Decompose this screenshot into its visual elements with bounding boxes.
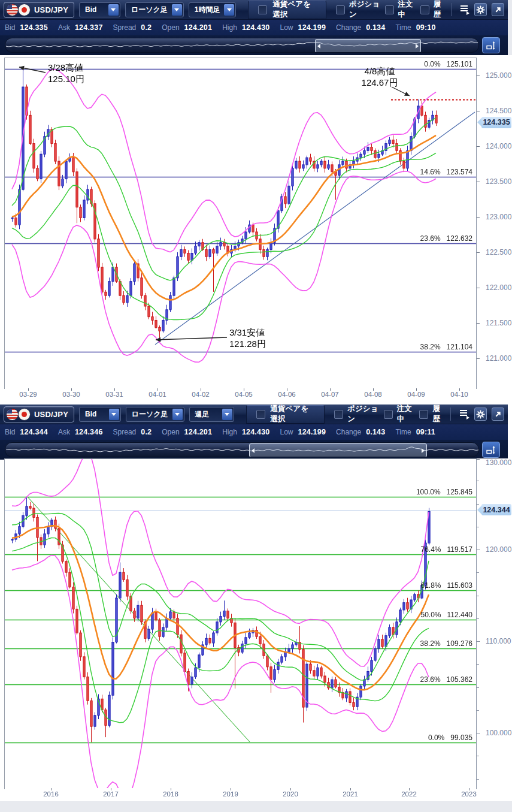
fib-level-label: 23.6% 105.362 — [420, 675, 472, 684]
weekly-chart-plot[interactable]: 100.0% 125.84576.4% 119.51761.8% 115.603… — [4, 458, 476, 789]
price-side-value: Bid — [80, 410, 112, 418]
fib-level-label: 76.4% 119.517 — [420, 545, 472, 554]
chart-type-dropdown[interactable]: ローソク足 — [125, 2, 184, 17]
axis-tick — [477, 323, 480, 324]
pair-label: USD/JPY — [34, 5, 68, 14]
axis-tick — [477, 641, 479, 642]
time-axis-label: 03-30 — [52, 391, 90, 398]
price-side-value: Bid — [80, 5, 112, 14]
select-pair-checkbox[interactable] — [256, 410, 265, 419]
popout-button[interactable] — [492, 3, 504, 16]
price-axis-label: 121.500 — [486, 319, 511, 327]
time-axis-label: 03-29 — [9, 391, 47, 398]
open-value: 124.201 — [184, 428, 213, 436]
page-footer-strip — [0, 801, 512, 812]
nav-right-arrow-icon[interactable] — [422, 448, 425, 453]
chevron-down-icon — [222, 409, 232, 420]
menu-list-icon[interactable] — [460, 409, 469, 419]
settings-button[interactable] — [474, 3, 487, 16]
open-value: 124.201 — [184, 23, 213, 32]
price-side-dropdown[interactable]: Bid — [79, 407, 121, 422]
time-axis-label: 2019 — [211, 790, 250, 798]
time-axis-label: 04-10 — [440, 391, 478, 398]
quote-bar: Bid124.335 Ask124.337 Spread0.2 Open124.… — [0, 20, 508, 35]
gear-icon — [476, 5, 485, 14]
ask-value: 124.346 — [75, 428, 103, 436]
fib-level-label: 38.2% 109.276 — [420, 639, 472, 648]
price-axis-label: 122.000 — [486, 283, 511, 292]
time-axis-label: 2017 — [92, 790, 130, 798]
time-axis-label: 04-01 — [138, 391, 177, 398]
positions-checkbox[interactable]: ポジション — [334, 404, 379, 424]
hourly-chart-plot[interactable]: 0.0% 125.10114.6% 123.57423.6% 122.63238… — [4, 58, 476, 389]
axis-tick — [477, 710, 479, 711]
fib-level-label: 38.2% 121.104 — [420, 343, 472, 351]
nav-selection-window[interactable] — [315, 39, 421, 53]
orders-checkbox[interactable]: 注文中 — [385, 0, 416, 20]
fib-level-label: 61.8% 115.603 — [420, 581, 472, 590]
nav-left-arrow-icon[interactable] — [252, 448, 255, 453]
nav-selection-window[interactable] — [249, 443, 427, 457]
nav-expand-button[interactable] — [482, 442, 500, 458]
axis-tick — [477, 779, 479, 780]
timeframe-dropdown[interactable]: 1時間足 — [189, 2, 237, 17]
axis-tick — [477, 182, 480, 182]
chart-type-dropdown[interactable]: ローソク足 — [126, 407, 184, 422]
fib-level-label: 14.6% 123.574 — [420, 168, 472, 176]
change-value: 0.143 — [366, 428, 385, 436]
nav-expand-button[interactable] — [482, 37, 500, 53]
currency-pair-button[interactable]: USD/JPY — [4, 2, 74, 18]
high-value: 124.430 — [242, 23, 270, 32]
chevron-down-icon — [108, 4, 119, 16]
settings-button[interactable] — [474, 407, 487, 421]
ask-value: 124.337 — [75, 23, 103, 32]
annotation-low-0331: 3/31安値121.28円 — [229, 327, 266, 349]
axis-tick — [477, 572, 479, 573]
spread-value: 0.2 — [141, 23, 152, 32]
timeframe-dropdown[interactable]: 週足 — [189, 407, 234, 422]
history-checkbox[interactable]: 履歴 — [419, 404, 444, 424]
divider — [450, 407, 451, 421]
time-axis-label: 2020 — [271, 790, 310, 798]
popout-arrow-icon — [494, 410, 502, 418]
annotation-high-0328: 3/28高値125.10円 — [48, 62, 84, 84]
fib-level-label: 0.0% 99.035 — [428, 733, 472, 742]
chart-toolbar: USD/JPY Bid ローソク足 1時間足 通貨ペアを選択 ポジション — [0, 0, 508, 20]
range-navigator-strip[interactable] — [5, 442, 479, 457]
range-navigator-strip[interactable] — [5, 38, 479, 53]
high-value: 124.430 — [242, 428, 270, 436]
price-axis-label: 123.000 — [486, 213, 511, 221]
price-side-dropdown[interactable]: Bid — [79, 2, 120, 17]
time-axis-label: 04-09 — [397, 391, 435, 398]
nav-right-arrow-icon[interactable] — [416, 44, 419, 49]
axis-tick — [477, 358, 480, 359]
resize-chart-icon — [486, 445, 496, 455]
time-axis-label: 2022 — [390, 790, 428, 798]
divider — [451, 3, 452, 16]
bid-value: 124.344 — [20, 428, 48, 436]
time-value: 09:11 — [416, 428, 435, 436]
nav-left-arrow-icon[interactable] — [317, 44, 320, 49]
price-axis-label: 124.500 — [486, 107, 511, 115]
select-pair-button[interactable]: 通貨ペアを選択 — [248, 1, 326, 19]
range-navigator — [0, 35, 508, 55]
axis-tick — [477, 504, 479, 505]
popout-button[interactable] — [492, 407, 504, 421]
fib-level-label: 50.0% 112.440 — [420, 611, 472, 619]
menu-list-icon[interactable] — [461, 4, 469, 15]
price-axis-label: 110.000 — [486, 637, 511, 645]
price-axis-label: 100.000 — [486, 729, 511, 737]
price-axis-label: 122.500 — [486, 248, 511, 256]
popout-arrow-icon — [494, 6, 502, 14]
price-axis-label: 123.500 — [486, 177, 511, 186]
range-navigator — [0, 440, 508, 460]
orders-checkbox[interactable]: 注文中 — [384, 404, 415, 424]
history-checkbox[interactable]: 履歴 — [420, 0, 444, 20]
select-pair-checkbox[interactable] — [258, 5, 267, 14]
currency-pair-button[interactable]: USD/JPY — [4, 406, 74, 422]
axis-tick — [477, 550, 479, 550]
time-axis-label: 04-06 — [268, 391, 306, 398]
positions-checkbox[interactable]: ポジション — [336, 0, 380, 20]
select-pair-button[interactable]: 通貨ペアを選択 — [246, 405, 325, 424]
fib-level-label: 0.0% 125.101 — [424, 60, 472, 68]
